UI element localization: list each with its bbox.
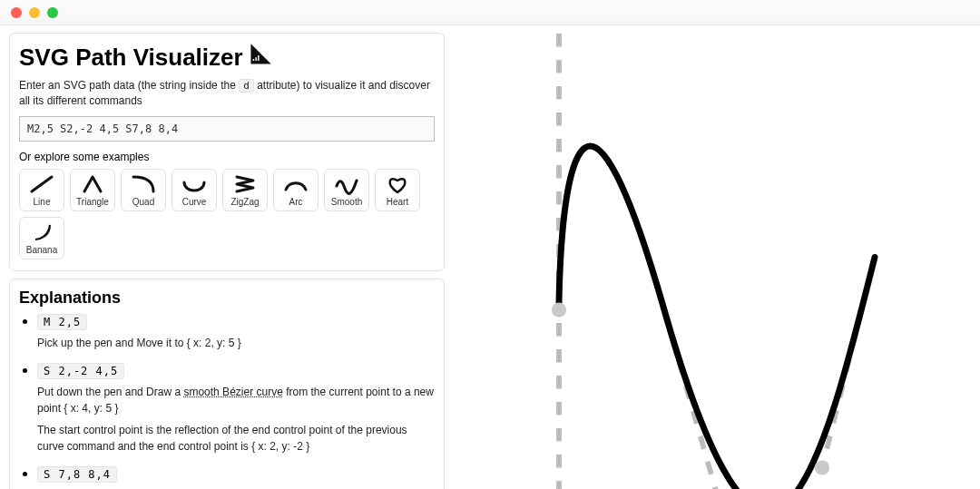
example-triangle[interactable]: Triangle: [70, 169, 115, 211]
example-label: Banana: [26, 245, 57, 255]
quad-icon: [130, 173, 157, 195]
explanation-text: Put down the pen and Draw a smooth Bézie…: [37, 384, 435, 416]
explanations-list: M 2,5 Pick up the pen and Move it to { x…: [19, 313, 435, 489]
control-handle[interactable]: [552, 302, 566, 317]
example-curve[interactable]: Curve: [172, 169, 217, 211]
explanation-text: The start control point is the reflectio…: [37, 422, 435, 455]
explanation-item: S 2,-2 4,5 Put down the pen and Draw a s…: [37, 362, 435, 455]
explanation-item: M 2,5 Pick up the pen and Move it to { x…: [37, 313, 435, 351]
example-heart[interactable]: Heart: [375, 169, 420, 211]
example-label: Curve: [182, 197, 207, 207]
heart-icon: [384, 173, 411, 195]
example-label: Line: [34, 197, 51, 207]
visualization-panel: [454, 25, 980, 489]
window-close-button[interactable]: [11, 7, 22, 18]
banana-icon: [28, 221, 55, 243]
smooth-icon: [333, 173, 360, 195]
control-handle[interactable]: [815, 460, 829, 474]
explanation-item: S 7,8 8,4 Draw a smooth Bézier curve fro…: [37, 465, 435, 489]
zigzag-icon: [231, 173, 259, 195]
intro-text-pre: Enter an SVG path data (the string insid…: [19, 79, 239, 92]
triangle-icon: [79, 173, 106, 195]
arc-icon: [282, 173, 309, 195]
examples-label: Or explore some examples: [19, 151, 435, 163]
explanations-heading: Explanations: [19, 289, 435, 308]
example-smooth[interactable]: Smooth: [324, 169, 369, 211]
curve-icon: [181, 173, 208, 195]
ruler-triangle-icon: [249, 43, 272, 73]
example-zigzag[interactable]: ZigZag: [222, 169, 268, 211]
example-label: Triangle: [76, 197, 109, 207]
example-line[interactable]: Line: [19, 169, 64, 211]
page-title: SVG Path Visualizer: [19, 43, 435, 73]
example-arc[interactable]: Arc: [273, 169, 318, 211]
window-maximize-button[interactable]: [47, 7, 58, 18]
examples-row: Line Triangle Quad Curve ZigZag: [19, 169, 435, 259]
page-title-text: SVG Path Visualizer: [19, 44, 243, 72]
controls-panel: SVG Path Visualizer Enter an SVG path da…: [0, 25, 454, 489]
command-code: S 7,8 8,4: [37, 466, 117, 483]
explanations-card: Explanations M 2,5 Pick up the pen and M…: [9, 279, 445, 489]
example-quad[interactable]: Quad: [121, 169, 166, 211]
line-icon: [28, 173, 55, 195]
example-label: Arc: [289, 197, 303, 207]
example-label: Heart: [387, 197, 408, 207]
intro-card: SVG Path Visualizer Enter an SVG path da…: [9, 33, 445, 271]
path-input[interactable]: [19, 116, 435, 142]
example-label: Smooth: [331, 197, 362, 207]
intro-text-code: d: [239, 79, 254, 93]
example-label: ZigZag: [230, 197, 259, 207]
explanation-text: Pick up the pen and Move it to { x: 2, y…: [37, 335, 435, 351]
command-code: S 2,-2 4,5: [37, 363, 124, 379]
window-minimize-button[interactable]: [29, 7, 40, 18]
example-label: Quad: [132, 197, 154, 207]
example-banana[interactable]: Banana: [19, 217, 64, 259]
intro-text: Enter an SVG path data (the string insid…: [19, 78, 435, 109]
path-visualization: [454, 25, 980, 489]
command-code: M 2,5: [37, 314, 87, 330]
window-titlebar: [0, 0, 980, 25]
